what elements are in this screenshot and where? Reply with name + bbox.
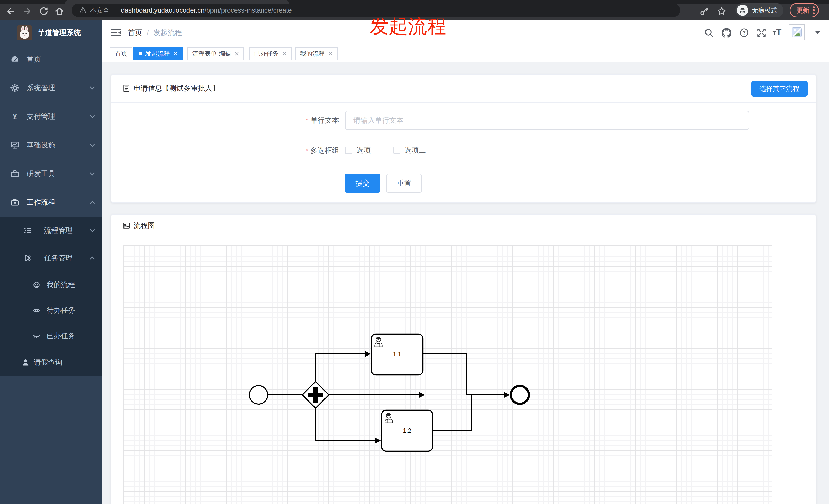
process-diagram-card: 流程图	[111, 214, 816, 504]
avatar[interactable]	[789, 24, 805, 40]
help-icon[interactable]: ?	[740, 28, 749, 37]
tag-home[interactable]: 首页	[110, 47, 133, 60]
avatar-caret-icon[interactable]	[815, 31, 820, 34]
sidebar-item-payment[interactable]: ¥ 支付管理	[0, 102, 102, 131]
annotation-title: 发起流程	[370, 17, 446, 36]
sidebar-item-label: 已办任务	[46, 331, 75, 341]
tag-label: 首页	[115, 49, 127, 58]
forward-icon[interactable]	[23, 7, 32, 16]
user-icon	[22, 358, 30, 366]
bookmark-star-icon[interactable]	[717, 7, 726, 16]
key-icon[interactable]	[699, 7, 709, 16]
checkbox-label: 选项二	[404, 146, 426, 155]
tag-done-tasks[interactable]: 已办任务	[249, 47, 291, 60]
breadcrumb: 首页 / 发起流程	[128, 21, 182, 45]
sidebar-item-todo-tasks[interactable]: 待办任务	[0, 298, 102, 323]
sidebar-item-dev-tools[interactable]: 研发工具	[0, 159, 102, 188]
card-header: 申请信息【测试多审批人】 选择其它流程	[111, 75, 816, 103]
eye-off-icon	[33, 332, 40, 340]
single-line-text-field	[345, 111, 749, 130]
reset-button[interactable]: 重置	[386, 174, 422, 193]
chevron-down-icon	[89, 143, 95, 147]
bpmn-diagram: 1.1 1.2	[124, 246, 773, 504]
sidebar-item-process-mgmt[interactable]: 流程管理	[0, 217, 102, 244]
dashboard-icon	[10, 55, 20, 64]
checkbox-option-2[interactable]: 选项二	[393, 146, 426, 155]
browser-menu-update-button[interactable]: 更新	[790, 3, 819, 17]
fullscreen-icon[interactable]	[757, 28, 766, 37]
tags-view: 首页 发起流程 流程表单-编辑 已办任务 我的流程	[102, 45, 829, 62]
broken-image-icon	[792, 27, 802, 37]
sidebar-item-workflow[interactable]: 工作流程	[0, 188, 102, 217]
github-icon[interactable]	[722, 28, 731, 38]
sidebar-item-home[interactable]: 首页	[0, 45, 102, 74]
chevron-down-icon	[89, 172, 95, 176]
close-icon[interactable]	[235, 52, 239, 56]
tag-my-processes[interactable]: 我的流程	[295, 47, 337, 60]
image-icon	[122, 222, 131, 230]
single-line-text-input[interactable]	[346, 111, 749, 129]
hamburger-icon[interactable]	[111, 28, 121, 37]
browser-tab-strip	[0, 0, 829, 4]
security-label: 不安全	[90, 6, 109, 14]
search-icon[interactable]	[704, 28, 713, 37]
chevron-up-icon	[89, 256, 95, 260]
sidebar-item-done-tasks[interactable]: 已办任务	[0, 323, 102, 349]
active-dot	[139, 52, 142, 55]
flow-task2-to-end	[433, 395, 504, 430]
app-header: 首页 / 发起流程 ? TT	[102, 21, 829, 45]
field-label-text: *单行文本	[111, 116, 339, 125]
bpmn-canvas[interactable]: 1.1 1.2	[123, 245, 772, 504]
incognito-label: 无痕模式	[752, 6, 777, 14]
flow-task1-to-end	[423, 354, 504, 395]
chevron-up-icon	[89, 201, 95, 204]
sidebar-item-label: 基础设施	[27, 140, 89, 150]
url-domain: dashboard.yudao.iocoder.cn	[121, 6, 205, 14]
tag-create-process[interactable]: 发起流程	[134, 47, 183, 60]
chevron-down-icon	[89, 229, 95, 232]
document-icon	[122, 84, 131, 92]
sidebar-item-leave-query[interactable]: 请假查询	[0, 349, 102, 376]
breadcrumb-current: 发起流程	[153, 28, 182, 38]
card-title: 流程图	[134, 221, 155, 231]
sidebar-item-label: 我的流程	[46, 280, 75, 289]
close-icon[interactable]	[173, 52, 177, 56]
breadcrumb-separator: /	[147, 29, 149, 37]
security-warning-icon	[79, 6, 87, 14]
select-other-process-button[interactable]: 选择其它流程	[751, 81, 807, 96]
checkbox-icon	[345, 147, 352, 154]
sidebar-item-task-mgmt[interactable]: 任务管理	[0, 244, 102, 272]
breadcrumb-home[interactable]: 首页	[128, 28, 142, 38]
user-task-2: 1.2	[382, 410, 433, 451]
checkbox-icon	[393, 147, 400, 154]
tag-label: 我的流程	[300, 49, 325, 58]
close-icon[interactable]	[282, 52, 286, 56]
chevron-down-icon	[89, 86, 95, 90]
kebab-menu-icon	[813, 6, 815, 14]
back-icon[interactable]	[6, 7, 15, 16]
sidebar-item-label: 系统管理	[27, 83, 89, 93]
workflow-submenu: 流程管理 任务管理 我的流程 待办任务	[0, 217, 102, 376]
incognito-badge: 无痕模式	[735, 3, 784, 17]
sidebar-item-infrastructure[interactable]: 基础设施	[0, 131, 102, 159]
tag-form-edit[interactable]: 流程表单-编辑	[187, 47, 244, 60]
reload-icon[interactable]	[39, 7, 48, 16]
submit-button[interactable]: 提交	[345, 174, 381, 193]
sidebar-item-system[interactable]: 系统管理	[0, 74, 102, 102]
apply-info-card: 申请信息【测试多审批人】 选择其它流程 *单行文本 *多选框组 选项一 选项二 …	[111, 74, 816, 203]
sidebar-item-label: 流程管理	[44, 226, 89, 235]
help-glyph: ?	[743, 30, 746, 36]
app-title: 芋道管理系统	[38, 28, 81, 38]
home-icon[interactable]	[55, 7, 64, 16]
checkbox-option-1[interactable]: 选项一	[345, 146, 378, 155]
sidebar-item-my-processes[interactable]: 我的流程	[0, 272, 102, 298]
url-bar[interactable]: 不安全 dashboard.yudao.iocoder.cn/bpm/proce…	[72, 4, 680, 17]
sidebar-logo[interactable]: 芋道管理系统	[0, 21, 102, 45]
sidebar-item-label: 支付管理	[27, 112, 89, 121]
font-size-icon[interactable]: TT	[773, 27, 782, 37]
flow-gateway-to-task2	[316, 409, 375, 440]
close-icon[interactable]	[328, 52, 332, 56]
incognito-icon	[737, 5, 748, 16]
url-divider	[115, 6, 115, 14]
browser-tab[interactable]	[65, 0, 289, 4]
